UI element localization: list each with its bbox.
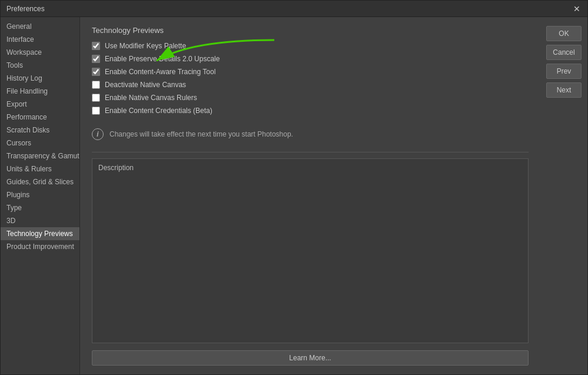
sidebar-item-units-rulers[interactable]: Units & Rulers bbox=[1, 162, 79, 175]
checkbox-enable-native-canvas-rulers[interactable] bbox=[92, 94, 100, 102]
close-button[interactable]: ✕ bbox=[572, 4, 582, 14]
sidebar-item-cursors[interactable]: Cursors bbox=[1, 137, 79, 150]
title-bar: Preferences ✕ bbox=[1, 1, 587, 17]
sidebar-item-guides-grid-slices[interactable]: Guides, Grid & Slices bbox=[1, 175, 79, 188]
checkbox-enable-content-aware[interactable] bbox=[92, 68, 100, 76]
divider bbox=[92, 152, 529, 152]
right-buttons-panel: OK Cancel Prev Next bbox=[540, 17, 587, 374]
sidebar-item-general[interactable]: General bbox=[1, 20, 79, 33]
checkbox-label-deactivate-native-canvas[interactable]: Deactivate Native Canvas bbox=[105, 81, 186, 89]
ok-button[interactable]: OK bbox=[546, 26, 582, 41]
next-button[interactable]: Next bbox=[546, 82, 582, 98]
sidebar-item-tools[interactable]: Tools bbox=[1, 59, 79, 72]
cancel-button[interactable]: Cancel bbox=[546, 45, 582, 60]
checkboxes-area: Use Modifier Keys PaletteEnable Preserve… bbox=[92, 42, 529, 120]
checkbox-label-enable-content-aware[interactable]: Enable Content-Aware Tracing Tool bbox=[105, 68, 215, 76]
info-text: Changes will take effect the next time y… bbox=[109, 130, 293, 138]
sidebar-item-3d[interactable]: 3D bbox=[1, 214, 79, 227]
checkbox-row-enable-preserve-details: Enable Preserve Details 2.0 Upscale bbox=[92, 55, 529, 63]
checkbox-row-enable-content-credentials: Enable Content Credentials (Beta) bbox=[92, 107, 529, 115]
prev-button[interactable]: Prev bbox=[546, 64, 582, 79]
sidebar-item-type[interactable]: Type bbox=[1, 201, 79, 214]
checkbox-label-enable-preserve-details[interactable]: Enable Preserve Details 2.0 Upscale bbox=[105, 55, 220, 63]
sidebar-item-interface[interactable]: Interface bbox=[1, 33, 79, 46]
checkbox-deactivate-native-canvas[interactable] bbox=[92, 81, 100, 89]
checkbox-row-deactivate-native-canvas: Deactivate Native Canvas bbox=[92, 81, 529, 89]
sidebar-item-plugins[interactable]: Plugins bbox=[1, 188, 79, 201]
preferences-window: Preferences ✕ GeneralInterfaceWorkspaceT… bbox=[0, 0, 588, 375]
sidebar-item-transparency-gamut[interactable]: Transparency & Gamut bbox=[1, 150, 79, 162]
checkbox-use-modifier-keys[interactable] bbox=[92, 42, 100, 50]
description-section: Description bbox=[92, 158, 529, 343]
checkbox-label-use-modifier-keys[interactable]: Use Modifier Keys Palette bbox=[105, 42, 186, 50]
checkbox-row-use-modifier-keys: Use Modifier Keys Palette bbox=[92, 42, 529, 50]
sidebar-item-product-improvement[interactable]: Product Improvement bbox=[1, 240, 79, 253]
sidebar-item-file-handling[interactable]: File Handling bbox=[1, 85, 79, 98]
sidebar: GeneralInterfaceWorkspaceToolsHistory Lo… bbox=[1, 17, 80, 374]
sidebar-item-export[interactable]: Export bbox=[1, 98, 79, 111]
info-icon: i bbox=[92, 128, 104, 140]
checkbox-enable-preserve-details[interactable] bbox=[92, 55, 100, 63]
description-title: Description bbox=[98, 164, 522, 172]
main-panel: Technology Previews Use Modifier Keys Pa… bbox=[80, 17, 540, 374]
checkbox-row-enable-content-aware: Enable Content-Aware Tracing Tool bbox=[92, 68, 529, 76]
info-row: i Changes will take effect the next time… bbox=[92, 128, 529, 140]
sidebar-item-scratch-disks[interactable]: Scratch Disks bbox=[1, 124, 79, 137]
checkbox-label-enable-native-canvas-rulers[interactable]: Enable Native Canvas Rulers bbox=[105, 94, 197, 102]
section-title: Technology Previews bbox=[92, 26, 529, 35]
checkbox-row-enable-native-canvas-rulers: Enable Native Canvas Rulers bbox=[92, 94, 529, 102]
checkbox-enable-content-credentials[interactable] bbox=[92, 107, 100, 115]
window-title: Preferences bbox=[6, 5, 45, 13]
sidebar-item-history-log[interactable]: History Log bbox=[1, 72, 79, 85]
checkbox-label-enable-content-credentials[interactable]: Enable Content Credentials (Beta) bbox=[105, 107, 212, 115]
sidebar-item-technology-previews[interactable]: Technology Previews bbox=[1, 227, 79, 240]
learn-more-button[interactable]: Learn More... bbox=[92, 350, 529, 366]
sidebar-item-performance[interactable]: Performance bbox=[1, 111, 79, 124]
sidebar-item-workspace[interactable]: Workspace bbox=[1, 46, 79, 59]
main-content: GeneralInterfaceWorkspaceToolsHistory Lo… bbox=[1, 17, 587, 374]
